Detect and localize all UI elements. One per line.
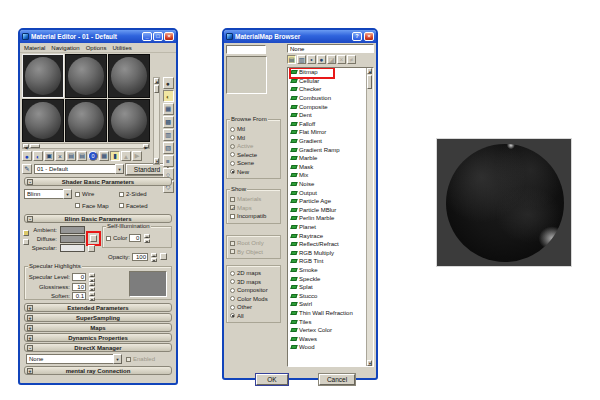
map-list-item[interactable]: Tiles (288, 317, 367, 326)
self-illumination-spinner[interactable] (144, 234, 150, 243)
show-map-in-viewport-icon[interactable]: ▦ (99, 151, 109, 161)
reset-map-icon[interactable]: × (55, 151, 65, 161)
map-list-item[interactable]: Bitmap (288, 68, 367, 77)
rollout-bar[interactable]: + Dynamics Properties (24, 333, 172, 342)
backlight-icon[interactable]: ◐ (163, 90, 174, 102)
shader-checkbox[interactable]: 2-Sided (119, 190, 167, 199)
make-material-copy-icon[interactable]: ▤ (66, 151, 76, 161)
options-icon[interactable]: ≡ (163, 155, 174, 167)
scroll-down-arrow[interactable]: ▼ (154, 158, 159, 164)
name-filter-input[interactable] (226, 45, 266, 54)
sample-slot[interactable] (65, 54, 107, 98)
help-button[interactable]: ? (352, 32, 362, 41)
map-list-scrollbar[interactable]: ▲ ▼ (366, 68, 373, 366)
sample-slot[interactable] (22, 99, 64, 143)
map-list-item[interactable]: Marble (288, 154, 367, 163)
map-list-item[interactable]: Perlin Marble (288, 214, 367, 223)
rollout-mental-ray-connection[interactable]: + mental ray Connection (24, 366, 172, 375)
map-list-item[interactable]: Gradient Ramp (288, 145, 367, 154)
menu-item[interactable]: Navigation (51, 45, 79, 51)
menu-item[interactable]: Utilities (112, 45, 131, 51)
filter-option[interactable]: By Object (230, 248, 278, 257)
specular-color-swatch[interactable] (60, 244, 85, 252)
shader-type-dropdown[interactable]: Blinn ▼ (24, 189, 72, 199)
dropdown-arrow-icon[interactable]: ▼ (113, 354, 122, 364)
shader-checkbox[interactable]: Faceted (119, 202, 167, 211)
map-list-item[interactable]: Speckle (288, 274, 367, 283)
map-list-item[interactable]: Thin Wall Refraction (288, 309, 367, 318)
shader-checkbox[interactable]: Wire (75, 190, 119, 199)
scroll-down-arrow[interactable]: ▼ (367, 360, 372, 366)
show-option[interactable]: Maps (230, 204, 278, 213)
browse-from-option[interactable]: Mtl (230, 134, 278, 143)
radio-icon[interactable] (230, 127, 235, 132)
checkbox-icon[interactable] (119, 203, 124, 208)
map-list-item[interactable]: Stucco (288, 291, 367, 300)
rollout-bar[interactable]: + Maps (24, 323, 172, 332)
value-spinner[interactable] (89, 282, 95, 291)
shader-checkbox[interactable]: Face Map (75, 202, 119, 211)
map-list-item[interactable]: Splat (288, 283, 367, 292)
map-list-item[interactable]: Composite (288, 102, 367, 111)
radio-icon[interactable] (230, 144, 235, 149)
sample-slot[interactable] (108, 99, 150, 143)
ambient-color-swatch[interactable] (60, 226, 85, 234)
show-option[interactable]: Materials (230, 195, 278, 204)
rollout-bar[interactable]: + SuperSampling (24, 313, 172, 322)
checkbox-icon[interactable] (75, 192, 80, 197)
opacity-value[interactable]: 100 (132, 253, 148, 261)
sample-slot[interactable] (108, 54, 150, 98)
checkbox-icon[interactable] (126, 357, 131, 362)
value-spinner[interactable] (89, 292, 95, 301)
category-option[interactable]: 2D maps (230, 269, 278, 278)
sample-uv-tiling-icon[interactable]: ▩ (163, 116, 174, 128)
scroll-up-arrow[interactable]: ▲ (367, 68, 372, 74)
sample-slot[interactable] (65, 99, 107, 143)
radio-icon[interactable] (230, 305, 235, 310)
opacity-map-button[interactable] (160, 253, 167, 260)
map-list-item[interactable]: Noise (288, 180, 367, 189)
browse-from-option[interactable]: Scene (230, 159, 278, 168)
diffuse-color-swatch[interactable] (60, 235, 85, 243)
checkbox-icon[interactable] (230, 249, 235, 254)
assign-material-to-selection-icon[interactable]: ▣ (44, 151, 54, 161)
view-list-plus-icons-icon[interactable]: ▥ (297, 55, 306, 64)
radio-icon[interactable] (230, 161, 235, 166)
close-button[interactable]: × (364, 32, 374, 41)
show-option[interactable]: Incompatib (230, 212, 278, 221)
self-illumination-color-checkbox[interactable] (106, 236, 111, 241)
map-list-item[interactable]: Raytrace (288, 231, 367, 240)
category-option[interactable]: All (230, 312, 278, 321)
map-list-item[interactable]: Mask (288, 163, 367, 172)
map-list-item[interactable]: RGB Multiply (288, 248, 367, 257)
dropdown-arrow-icon[interactable]: ▼ (63, 189, 72, 199)
radio-icon[interactable] (230, 279, 235, 284)
material-id-channel-icon[interactable]: 0 (88, 151, 98, 161)
checkbox-icon[interactable] (119, 192, 124, 197)
map-list-item[interactable]: Combustion (288, 94, 367, 103)
map-list-item[interactable]: RGB Tint (288, 257, 367, 266)
menu-item[interactable]: Options (86, 45, 107, 51)
map-list-item[interactable]: Particle Age (288, 197, 367, 206)
map-list-item[interactable]: Mix (288, 171, 367, 180)
show-end-result-icon[interactable]: ▮ (110, 151, 120, 161)
browser-titlebar[interactable]: MaterialMap Browser ? × (224, 30, 376, 43)
cancel-button[interactable]: Cancel (319, 374, 355, 385)
map-list-item[interactable]: Waves (288, 334, 367, 343)
sample-type-icon[interactable]: ● (163, 77, 174, 89)
radio-icon[interactable] (230, 313, 235, 318)
specular-map-button[interactable] (88, 245, 95, 252)
map-list-item[interactable]: Particle MBlur (288, 206, 367, 215)
checkbox-icon[interactable] (75, 203, 80, 208)
make-preview-icon[interactable]: ▧ (163, 142, 174, 154)
map-list-item[interactable]: Smoke (288, 266, 367, 275)
map-list-item[interactable]: Vertex Color (288, 326, 367, 335)
radio-icon[interactable] (230, 169, 235, 174)
map-list-item[interactable]: Dent (288, 111, 367, 120)
radio-icon[interactable] (230, 296, 235, 301)
map-list-item[interactable]: Cellular (288, 77, 367, 86)
directx-shader-dropdown[interactable]: None ▼ (26, 354, 122, 364)
map-list-item[interactable]: Checker (288, 85, 367, 94)
category-option[interactable]: 3D maps (230, 278, 278, 287)
sample-slots-horizontal-scrollbar[interactable]: ◀ ▶ (22, 143, 150, 149)
